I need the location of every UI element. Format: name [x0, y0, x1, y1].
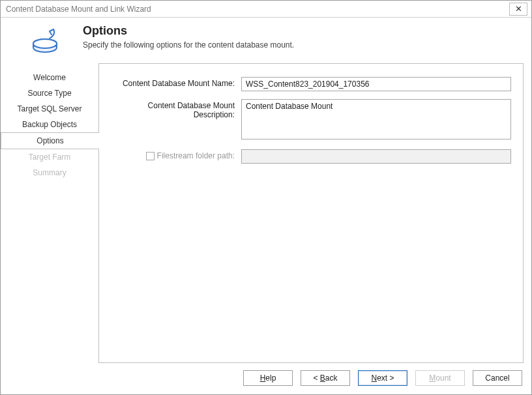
header: Options Specify the following options fo… [1, 18, 531, 63]
sidebar-item-summary: Summary [1, 165, 98, 181]
sidebar-item-welcome[interactable]: Welcome [1, 70, 98, 85]
row-mount-description: Content Database Mount Description: Cont… [111, 99, 511, 141]
next-button[interactable]: Next > [358, 370, 407, 386]
header-text: Options Specify the following options fo… [83, 23, 521, 57]
sidebar-item-target-farm: Target Farm [1, 149, 98, 165]
mount-name-input[interactable] [241, 77, 511, 91]
wizard-icon [11, 23, 83, 57]
content-panel: Content Database Mount Name: Content Dat… [98, 63, 524, 363]
wizard-window: Content Database Mount and Link Wizard ✕… [0, 0, 532, 395]
body: Welcome Source Type Target SQL Server Ba… [1, 63, 531, 368]
sidebar-item-label: Welcome [33, 73, 66, 82]
cancel-button[interactable]: Cancel [473, 370, 522, 386]
row-filestream-path: Filestream folder path: [111, 149, 511, 164]
sidebar-item-label: Summary [33, 168, 66, 177]
close-button[interactable]: ✕ [509, 3, 527, 16]
help-button[interactable]: Help [243, 370, 293, 386]
mount-name-label: Content Database Mount Name: [123, 79, 235, 88]
footer: Help < Back Next > Mount Cancel [1, 368, 531, 394]
sidebar-item-label: Target SQL Server [18, 104, 82, 113]
sidebar-item-target-sql-server[interactable]: Target SQL Server [1, 101, 98, 117]
filestream-path-input [241, 149, 511, 164]
titlebar: Content Database Mount and Link Wizard ✕ [1, 1, 531, 18]
filestream-label: Filestream folder path: [157, 151, 235, 160]
sidebar-item-options[interactable]: Options [1, 132, 99, 149]
sidebar-item-label: Options [37, 136, 63, 145]
mount-description-input[interactable]: Content Database Mount [241, 99, 511, 139]
page-subheading: Specify the following options for the co… [83, 40, 521, 50]
page-heading: Options [83, 24, 521, 38]
back-button[interactable]: < Back [301, 370, 350, 386]
row-mount-name: Content Database Mount Name: [111, 77, 511, 91]
wizard-steps-sidebar: Welcome Source Type Target SQL Server Ba… [1, 63, 98, 363]
sidebar-item-label: Source Type [27, 89, 71, 98]
sidebar-item-backup-objects[interactable]: Backup Objects [1, 117, 98, 132]
window-title: Content Database Mount and Link Wizard [6, 5, 509, 14]
mount-button: Mount [415, 370, 465, 386]
sidebar-item-source-type[interactable]: Source Type [1, 85, 98, 101]
close-icon: ✕ [515, 4, 522, 14]
mount-description-label: Content Database Mount Description: [111, 101, 235, 119]
sidebar-item-label: Target Farm [29, 153, 71, 162]
sidebar-item-label: Backup Objects [22, 120, 77, 129]
filestream-checkbox[interactable] [146, 152, 155, 160]
svg-point-1 [33, 39, 57, 48]
